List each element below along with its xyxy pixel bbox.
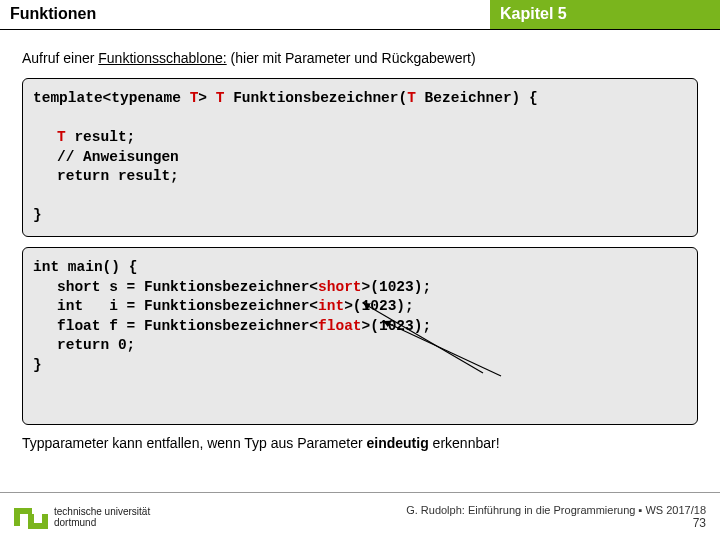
c2-l3: int i = Funktionsbezeichner<int>(1023); (33, 297, 687, 317)
note-c: erkennbar! (429, 435, 500, 451)
note-a: Typparameter kann entfallen, wenn Typ au… (22, 435, 367, 451)
c2-l6: } (33, 357, 42, 373)
c2-l3a: int i = Funktionsbezeichner< (57, 298, 318, 314)
c1-blank1 (33, 110, 42, 126)
footer-right: G. Rudolph: Einführung in die Programmie… (406, 504, 706, 530)
note-b: eindeutig (367, 435, 429, 451)
logo-mark-icon (14, 505, 48, 529)
c1-l5: } (33, 207, 42, 223)
page-number: 73 (406, 516, 706, 530)
c2-l4: float f = Funktionsbezeichner<float>(102… (33, 317, 687, 337)
c2-l4c: >(1023); (362, 318, 432, 334)
c2-l5: return 0; (33, 336, 687, 356)
uni-line1: technische universität (54, 506, 150, 517)
c1-blank2 (33, 188, 42, 204)
university-logo: technische universität dortmund (14, 505, 150, 529)
intro-suffix: (hier mit Parameter und Rückgabewert) (227, 50, 476, 66)
c1-l4: return result; (33, 167, 687, 187)
svg-rect-3 (14, 508, 32, 514)
c1-l1a: template<typename (33, 90, 190, 106)
c1-l1f: T (407, 90, 416, 106)
note-line: Typparameter kann entfallen, wenn Typ au… (22, 435, 698, 451)
c2-l1: int main() { (33, 259, 137, 275)
c1-l3: // Anweisungen (33, 148, 687, 168)
uni-line2: dortmund (54, 517, 150, 528)
intro-underline: Funktionsschablone: (98, 50, 226, 66)
c1-l1g: Bezeichner) { (416, 90, 538, 106)
slide-content: Aufruf einer Funktionsschablone: (hier m… (0, 30, 720, 451)
intro-line: Aufruf einer Funktionsschablone: (hier m… (22, 50, 698, 66)
c2-l3c: >(1023); (344, 298, 414, 314)
svg-rect-6 (42, 514, 48, 529)
c2-l2: short s = Funktionsbezeichner<short>(102… (33, 278, 687, 298)
c2-l2a: short s = Funktionsbezeichner< (57, 279, 318, 295)
logo-text: technische universität dortmund (54, 506, 150, 528)
slide-footer: technische universität dortmund G. Rudol… (0, 492, 720, 540)
c2-l3b: int (318, 298, 344, 314)
c1-l2a: T (57, 129, 66, 145)
c2-l2b: short (318, 279, 362, 295)
c1-l1e: Funktionsbezeichner( (224, 90, 407, 106)
header-right-chapter: Kapitel 5 (490, 0, 720, 29)
c2-l4a: float f = Funktionsbezeichner< (57, 318, 318, 334)
c1-l2b: result; (66, 129, 136, 145)
footer-credit: G. Rudolph: Einführung in die Programmie… (406, 504, 706, 516)
c1-l2: T result; (33, 128, 687, 148)
c2-l2c: >(1023); (362, 279, 432, 295)
code-main-box: int main() { short s = Funktionsbezeichn… (22, 247, 698, 426)
c2-l4b: float (318, 318, 362, 334)
code-template-box: template<typename T> T Funktionsbezeichn… (22, 78, 698, 237)
c1-l1c: > (198, 90, 215, 106)
slide-header: Funktionen Kapitel 5 (0, 0, 720, 30)
intro-prefix: Aufruf einer (22, 50, 98, 66)
header-left-title: Funktionen (0, 0, 490, 29)
